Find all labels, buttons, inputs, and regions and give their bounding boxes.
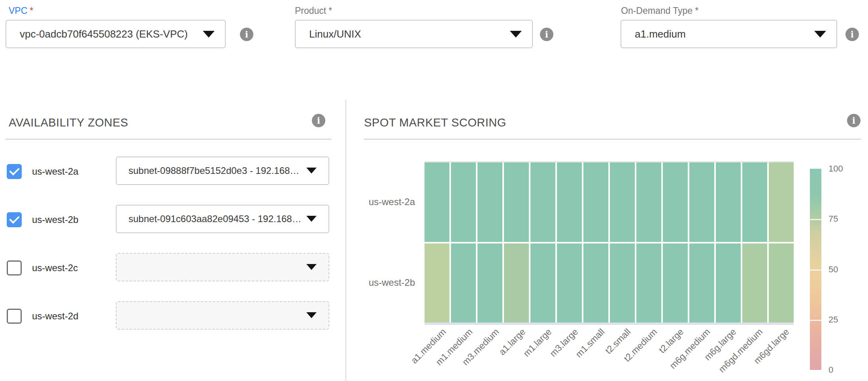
az-subnet-select-us-west-2a[interactable]: subnet-09888f7be5152d0e3 - 192.168… — [116, 157, 329, 185]
heatmap-cell-us-west-2b-m6g.medium — [689, 243, 714, 323]
az-subnet-select-value: subnet-091c603aa82e09453 - 192.168… — [128, 213, 302, 224]
heatmap-cell-us-west-2a-a1.large — [504, 162, 529, 242]
heatmap-cell-us-west-2a-m6gd.large — [769, 162, 794, 242]
heatmap-cell-us-west-2b-a1.medium — [425, 243, 449, 323]
heatmap-cell-us-west-2a-t2.small — [610, 162, 635, 242]
chevron-down-icon — [510, 31, 522, 38]
spot-market-scoring-heatmap — [425, 161, 794, 325]
colorbar-tick-label-0: 0 — [828, 364, 833, 375]
spot-market-scoring-divider — [364, 139, 861, 140]
product-info-icon[interactable]: i — [540, 28, 553, 41]
chevron-down-icon — [306, 312, 317, 318]
az-checkbox-us-west-2c[interactable] — [7, 260, 22, 275]
product-select-value: Linux/UNIX — [309, 28, 361, 40]
ondemand-type-field-label: On-Demand Type* — [621, 6, 698, 16]
heatmap-cell-us-west-2b-m1.small — [583, 243, 608, 323]
colorbar-tick-label-25: 25 — [828, 314, 838, 325]
heatmap-cell-us-west-2b-t2.small — [610, 243, 635, 323]
heatmap-x-label-a1.medium: a1.medium — [379, 326, 449, 381]
az-checkbox-us-west-2b[interactable] — [7, 212, 22, 227]
heatmap-cell-us-west-2a-m3.medium — [477, 162, 502, 242]
heatmap-cell-us-west-2b-m6gd.large — [769, 243, 794, 323]
chevron-down-icon — [814, 31, 826, 38]
az-checkbox-us-west-2d[interactable] — [7, 309, 22, 324]
heatmap-colorbar — [810, 169, 821, 370]
heatmap-cell-us-west-2a-m1.large — [530, 162, 555, 242]
colorbar-tick-label-100: 100 — [828, 163, 843, 174]
chevron-down-icon — [306, 216, 317, 222]
ondemand-type-select[interactable]: a1.medium — [621, 20, 837, 48]
heatmap-cell-us-west-2b-m6gd.medium — [742, 243, 767, 323]
required-asterisk: * — [695, 6, 698, 16]
az-zone-label: us-west-2b — [32, 214, 78, 225]
heatmap-cell-us-west-2b-t2.large — [663, 243, 688, 323]
heatmap-cell-us-west-2b-m3.medium — [477, 243, 502, 323]
az-zone-label: us-west-2a — [32, 166, 78, 177]
heatmap-row-label-us-west-2a: us-west-2a — [364, 196, 415, 207]
az-subnet-select-value: subnet-09888f7be5152d0e3 - 192.168… — [128, 165, 299, 176]
heatmap-cell-us-west-2a-t2.medium — [636, 162, 661, 242]
colorbar-tick-line — [810, 270, 821, 271]
az-subnet-select-us-west-2d[interactable] — [116, 301, 329, 330]
spot-market-scoring-section-title: SPOT MARKET SCORING — [364, 116, 506, 129]
product-select[interactable]: Linux/UNIX — [295, 20, 533, 48]
heatmap-cell-us-west-2a-m3.large — [557, 162, 582, 242]
required-asterisk: * — [328, 6, 332, 16]
colorbar-tick-line — [810, 320, 821, 321]
heatmap-cell-us-west-2a-m6g.medium — [689, 162, 714, 242]
product-label-text: Product — [295, 6, 326, 16]
heatmap-cell-us-west-2a-t2.large — [663, 162, 688, 242]
heatmap-cell-us-west-2a-a1.medium — [425, 162, 449, 242]
az-subnet-select-us-west-2c[interactable] — [116, 253, 329, 281]
availability-zones-info-icon[interactable]: i — [312, 114, 325, 127]
heatmap-cell-us-west-2a-m6gd.medium — [742, 162, 767, 242]
vpc-select[interactable]: vpc-0adcb70f645508223 (EKS-VPC) — [6, 20, 226, 48]
colorbar-tick-line — [810, 219, 821, 220]
chevron-down-icon — [306, 168, 317, 174]
ondemand-label-text: On-Demand Type — [621, 6, 693, 16]
chevron-down-icon — [203, 31, 215, 38]
heatmap-cell-us-west-2b-m1.medium — [451, 243, 476, 323]
vpc-select-value: vpc-0adcb70f645508223 (EKS-VPC) — [20, 28, 188, 40]
heatmap-cell-us-west-2b-m6g.large — [716, 243, 741, 323]
vpc-field-label: VPC* — [9, 6, 33, 16]
ondemand-type-select-value: a1.medium — [635, 28, 686, 40]
heatmap-cell-us-west-2a-m1.small — [583, 162, 608, 242]
heatmap-cell-us-west-2a-m6g.large — [716, 162, 741, 242]
vertical-panel-divider — [345, 100, 346, 381]
heatmap-cell-us-west-2b-a1.large — [504, 243, 529, 323]
heatmap-row-label-us-west-2b: us-west-2b — [364, 277, 415, 288]
colorbar-tick-label-75: 75 — [828, 213, 838, 224]
az-checkbox-us-west-2a[interactable] — [7, 164, 22, 179]
product-field-label: Product* — [295, 6, 332, 16]
heatmap-cell-us-west-2b-m3.large — [557, 243, 582, 323]
vpc-info-icon[interactable]: i — [240, 28, 253, 41]
availability-zones-divider — [6, 139, 331, 140]
heatmap-colorbar-labels: 1007550250 — [828, 0, 860, 381]
heatmap-x-axis-labels: a1.mediumm1.mediumm3.mediuma1.largem1.la… — [425, 326, 794, 381]
required-asterisk: * — [30, 6, 33, 16]
vpc-label-text: VPC — [9, 6, 27, 16]
chevron-down-icon — [306, 264, 317, 270]
colorbar-tick-label-50: 50 — [828, 264, 838, 275]
availability-zones-section-title: AVAILABILITY ZONES — [9, 116, 128, 129]
az-zone-label: us-west-2c — [32, 262, 78, 273]
heatmap-cell-us-west-2b-m1.large — [530, 243, 555, 323]
az-zone-label: us-west-2d — [32, 311, 78, 322]
heatmap-cell-us-west-2b-t2.medium — [636, 243, 661, 323]
heatmap-cell-us-west-2a-m1.medium — [451, 162, 476, 242]
az-subnet-select-us-west-2b[interactable]: subnet-091c603aa82e09453 - 192.168… — [116, 205, 329, 233]
